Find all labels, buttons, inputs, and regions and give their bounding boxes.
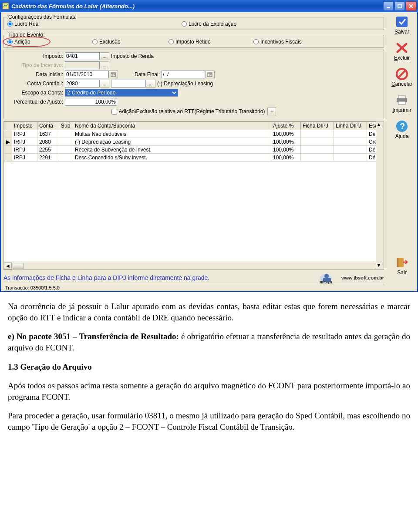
imprimir-label: mprimir: [394, 107, 411, 113]
svg-rect-2: [398, 4, 401, 8]
imposto-desc: Imposto de Renda: [111, 53, 154, 59]
conta-contabil-label: Conta Contábil:: [7, 81, 65, 87]
table-cell[interactable]: Receita de Subvenção de Invest.: [73, 146, 271, 154]
conta-lookup-button[interactable]: ...: [100, 80, 109, 88]
data-final-input[interactable]: [162, 71, 205, 78]
tipo-incentivo-input: [65, 61, 100, 69]
grid-header[interactable]: Linha DIPJ: [334, 122, 367, 130]
scroll-left-button[interactable]: ◄: [4, 263, 12, 269]
grid-header[interactable]: Ajuste %: [271, 122, 301, 130]
window-close-button[interactable]: [406, 1, 416, 11]
table-cell[interactable]: 1637: [37, 130, 59, 138]
radio-exclusao[interactable]: Exclusão: [92, 39, 169, 45]
sair-button[interactable]: Sair: [394, 256, 410, 276]
table-cell[interactable]: 2291: [37, 154, 59, 162]
data-inicial-calendar-button[interactable]: 15: [108, 71, 118, 78]
rtt-add-button[interactable]: +: [267, 108, 276, 115]
percentual-input[interactable]: [65, 98, 117, 106]
conta-code-input[interactable]: [65, 80, 100, 88]
window-minimize-button[interactable]: [383, 1, 394, 11]
grid-header[interactable]: Conta: [37, 122, 59, 130]
window-maximize-button[interactable]: [394, 1, 405, 11]
app-icon: [2, 2, 10, 10]
svg-point-10: [324, 274, 329, 278]
svg-rect-21: [398, 258, 404, 267]
row-indicator: [4, 154, 12, 162]
table-cell[interactable]: [334, 130, 367, 138]
radio-imposto-retido[interactable]: Imposto Retido: [169, 39, 253, 45]
grid-header[interactable]: Imposto: [12, 122, 37, 130]
data-grid: Imposto Conta Sub Nome da Conta/Subconta…: [3, 121, 384, 270]
doc-paragraph: Para proceder a geração, usar formulário…: [8, 410, 410, 432]
table-cell[interactable]: IRPJ: [12, 146, 37, 154]
horizontal-scrollbar[interactable]: ◄ ►: [4, 262, 384, 269]
excluir-button[interactable]: Excluir: [394, 41, 410, 61]
table-cell[interactable]: IRPJ: [12, 154, 37, 162]
table-row[interactable]: ▶IRPJ2080(-) Depreciação Leasing100,00%C…: [4, 138, 384, 146]
doc-paragraph: Após todos os passos acima resta somente…: [8, 380, 410, 402]
table-cell[interactable]: [334, 138, 367, 146]
tipo-evento-group: Tipo de Evento: Adição Exclusão Imposto …: [3, 32, 384, 48]
print-icon: [395, 94, 409, 106]
table-cell[interactable]: [59, 154, 73, 162]
data-inicial-input[interactable]: [65, 71, 108, 78]
table-cell[interactable]: 100,00%: [271, 154, 301, 162]
help-icon: ?: [395, 120, 409, 133]
table-cell[interactable]: IRPJ: [12, 130, 37, 138]
cancelar-label: ancelar: [395, 81, 412, 87]
conta-sub-input[interactable]: [111, 80, 146, 88]
radio-lucro-exploracao[interactable]: Lucro da Exploração: [182, 21, 236, 27]
table-cell[interactable]: [59, 146, 73, 154]
imposto-lookup-button[interactable]: ...: [100, 52, 109, 60]
scroll-thumb[interactable]: [13, 263, 24, 269]
salvar-label: alvar: [398, 29, 409, 35]
svg-text:?: ?: [400, 121, 405, 131]
ajuda-button[interactable]: ? Ajuda: [394, 119, 410, 139]
table-cell[interactable]: [59, 130, 73, 138]
table-cell[interactable]: [334, 154, 367, 162]
rtt-checkbox[interactable]: Adição\Exclusão relativa ao RTT(Regime T…: [111, 108, 265, 114]
config-formulas-group: Configurações das Fórmulas: Lucro Real L…: [3, 14, 384, 30]
row-indicator: ▶: [4, 138, 12, 146]
form-details-group: Imposto: ... Imposto de Renda Tipo de In…: [3, 50, 384, 119]
salvar-button[interactable]: Salvar: [394, 15, 410, 35]
table-cell[interactable]: 2080: [37, 138, 59, 146]
table-cell[interactable]: 2255: [37, 146, 59, 154]
cancel-icon: [395, 67, 409, 81]
conta-sub-lookup-button[interactable]: ...: [146, 80, 155, 88]
table-row[interactable]: IRPJ2291Desc.Concedido s/Subv.Invest.100…: [4, 154, 384, 162]
table-cell[interactable]: 100,00%: [271, 146, 301, 154]
vendor-logo: JBCepil www.jbsoft.com.br: [319, 272, 384, 284]
tipo-incentivo-label: Tipo de Incentivo:: [7, 62, 65, 68]
table-cell[interactable]: 100,00%: [271, 130, 301, 138]
table-cell[interactable]: [301, 138, 334, 146]
table-cell[interactable]: [301, 146, 334, 154]
imposto-code-input[interactable]: [65, 52, 100, 60]
table-cell[interactable]: [301, 154, 334, 162]
table-cell[interactable]: Multas Nao dedutiveis: [73, 130, 271, 138]
table-cell[interactable]: [59, 138, 73, 146]
vertical-scrollbar[interactable]: ▲ ▼: [376, 121, 384, 269]
scroll-down-button[interactable]: ▼: [376, 262, 384, 269]
escopo-select[interactable]: 2-Crédito do Período: [65, 89, 178, 97]
grid-header[interactable]: Ficha DIPJ: [301, 122, 334, 130]
grid-header[interactable]: Nome da Conta/Subconta: [73, 122, 271, 130]
table-cell[interactable]: (-) Depreciação Leasing: [73, 138, 271, 146]
radio-incentivos-fiscais[interactable]: Incentivos Fiscais: [253, 39, 302, 45]
table-cell[interactable]: IRPJ: [12, 138, 37, 146]
imprimir-button[interactable]: Imprimir: [392, 93, 411, 113]
table-cell[interactable]: 100,00%: [271, 138, 301, 146]
radio-adicao[interactable]: Adição: [7, 39, 92, 45]
table-cell[interactable]: [301, 130, 334, 138]
scroll-up-button[interactable]: ▲: [376, 121, 384, 129]
table-row[interactable]: IRPJ1637Multas Nao dedutiveis100,00%Déb: [4, 130, 384, 138]
radio-lucro-real[interactable]: Lucro Real: [7, 21, 182, 27]
data-final-calendar-button[interactable]: 15: [205, 71, 215, 78]
cancelar-button[interactable]: Cancelar: [391, 67, 412, 87]
grid-header[interactable]: Sub: [59, 122, 73, 130]
table-row[interactable]: IRPJ2255Receita de Subvenção de Invest.1…: [4, 146, 384, 154]
table-cell[interactable]: Desc.Concedido s/Subv.Invest.: [73, 154, 271, 162]
jbcepil-icon: JBCepil: [319, 272, 340, 284]
tipo-incentivo-lookup-button: ...: [100, 61, 109, 69]
table-cell[interactable]: [334, 146, 367, 154]
